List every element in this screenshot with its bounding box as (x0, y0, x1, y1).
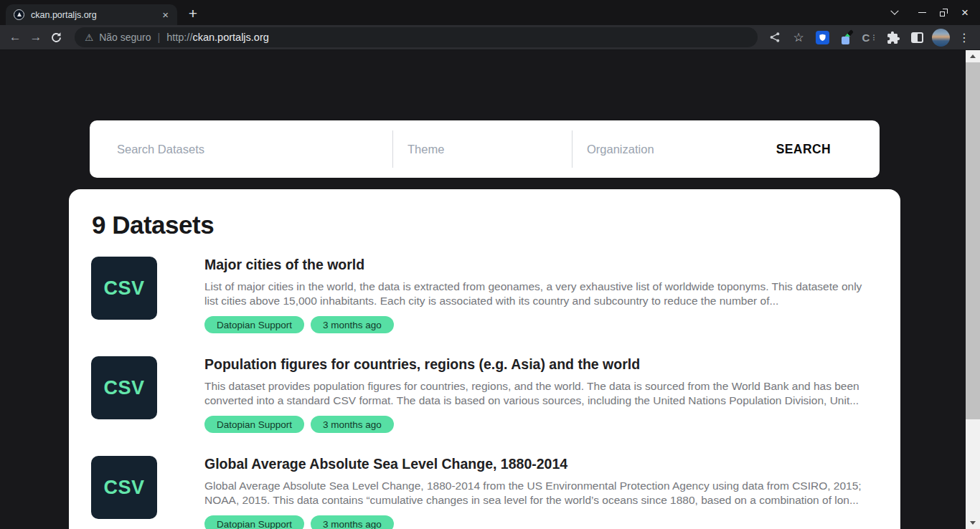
dataset-description: Global Average Absolute Sea Level Change… (204, 479, 876, 507)
browser-menu-icon[interactable]: ⋮ (954, 27, 974, 47)
dataset-search-bar: SEARCH (90, 120, 880, 178)
tab-title: ckan.portaljs.org (31, 10, 159, 20)
extensions-puzzle-icon[interactable] (883, 27, 903, 47)
dataset-title[interactable]: Population figures for countries, region… (204, 356, 876, 373)
close-window-button[interactable]: × (954, 2, 976, 24)
dataset-format-label: CSV (103, 477, 144, 499)
scroll-up-arrow-icon[interactable] (966, 50, 980, 62)
tab-search-chevron-icon[interactable] (884, 2, 905, 24)
dataset-badge[interactable]: 3 months ago (311, 515, 394, 529)
profile-avatar[interactable] (930, 27, 951, 47)
dataset-description: This dataset provides population figures… (204, 379, 876, 408)
dataset-list: CSV Major cities of the world List of ma… (91, 257, 876, 529)
bitwarden-extension-icon[interactable] (812, 27, 832, 47)
tab-strip: ckan.portaljs.org × + × (0, 0, 980, 25)
search-datasets-field[interactable] (90, 120, 392, 178)
dataset-body: Major cities of the world List of major … (204, 257, 876, 333)
theme-field[interactable] (392, 130, 572, 168)
csv-format-icon[interactable]: CSV (91, 456, 157, 519)
toolbar-icons: ☆ C⋮ ⋮ (765, 27, 974, 47)
dataset-list-card: 9 Datasets CSV Major cities of the world… (69, 189, 900, 529)
dataset-badge[interactable]: Datopian Support (204, 515, 304, 529)
not-secure-warning-icon: ⚠ (85, 32, 93, 43)
dataset-badge[interactable]: Datopian Support (204, 416, 304, 433)
theme-input[interactable] (406, 142, 563, 157)
back-icon[interactable]: ← (7, 28, 24, 47)
dataset-badge[interactable]: 3 months ago (311, 316, 394, 333)
browser-tab[interactable]: ckan.portaljs.org × (6, 4, 177, 25)
colorzilla-eyedropper-icon[interactable] (836, 27, 856, 47)
browser-toolbar: ← → ⚠ Não seguro | http:// ckan.portaljs… (0, 25, 980, 50)
organization-field[interactable] (572, 130, 751, 168)
search-datasets-input[interactable] (116, 142, 379, 157)
dataset-row: CSV Major cities of the world List of ma… (91, 257, 876, 333)
dataset-title[interactable]: Major cities of the world (204, 257, 876, 273)
page-title: 9 Datasets (92, 211, 876, 239)
security-label: Não seguro (99, 32, 151, 43)
organization-input[interactable] (585, 142, 743, 157)
reload-icon[interactable] (48, 28, 65, 47)
dataset-row: CSV Population figures for countries, re… (91, 356, 876, 433)
url-divider: | (158, 32, 161, 43)
scroll-down-arrow-icon[interactable] (966, 517, 980, 529)
portaljs-favicon-icon (14, 9, 24, 20)
tab-close-icon[interactable]: × (159, 9, 171, 21)
url-scheme: http:// (166, 32, 192, 43)
browser-window: ckan.portaljs.org × + × ← → ⚠ Não seguro… (0, 0, 980, 529)
dataset-body: Global Average Absolute Sea Level Change… (204, 456, 876, 529)
dataset-body: Population figures for countries, region… (204, 356, 876, 433)
share-icon[interactable] (765, 27, 785, 47)
dataset-title[interactable]: Global Average Absolute Sea Level Change… (204, 456, 876, 472)
dataset-badges: Datopian Support3 months ago (204, 515, 876, 529)
restore-button[interactable] (933, 2, 954, 24)
dataset-description: List of major cities in the world, the d… (204, 280, 876, 308)
csv-format-icon[interactable]: CSV (91, 356, 157, 419)
csv-format-icon[interactable]: CSV (91, 257, 157, 320)
url-host: ckan.portaljs.org (192, 32, 268, 43)
new-tab-button[interactable]: + (184, 5, 202, 22)
colorpick-extension-icon[interactable]: C⋮ (859, 27, 880, 47)
minimize-button[interactable] (911, 2, 933, 24)
dataset-badge[interactable]: Datopian Support (204, 316, 304, 333)
side-panel-icon[interactable] (907, 27, 927, 47)
dataset-badges: Datopian Support3 months ago (204, 316, 876, 333)
vertical-scrollbar[interactable] (966, 50, 980, 529)
dataset-format-label: CSV (103, 277, 144, 300)
dataset-badges: Datopian Support3 months ago (204, 416, 876, 433)
search-button[interactable]: SEARCH (751, 120, 880, 178)
page-viewport: SEARCH 9 Datasets CSV Major cities of th… (0, 50, 980, 529)
bookmark-star-icon[interactable]: ☆ (788, 27, 809, 47)
window-controls: × (884, 0, 976, 25)
dataset-row: CSV Global Average Absolute Sea Level Ch… (91, 456, 876, 529)
scrollbar-thumb[interactable] (966, 62, 980, 419)
dataset-badge[interactable]: 3 months ago (311, 416, 394, 433)
forward-icon[interactable]: → (28, 28, 44, 47)
dataset-format-label: CSV (103, 377, 144, 399)
address-bar[interactable]: ⚠ Não seguro | http:// ckan.portaljs.org (75, 27, 758, 47)
